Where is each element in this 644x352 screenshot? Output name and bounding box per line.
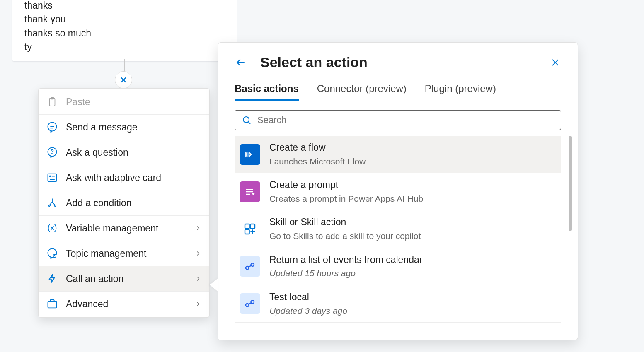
search-icon bbox=[242, 115, 252, 125]
adaptive-card-icon bbox=[46, 171, 58, 184]
skill-icon bbox=[240, 219, 260, 239]
trigger-phrase: thank you bbox=[24, 12, 224, 26]
action-subtitle: Go to Skills to add a skill to your copi… bbox=[269, 230, 421, 241]
svg-rect-5 bbox=[48, 174, 57, 182]
svg-point-10 bbox=[243, 117, 249, 123]
search-box[interactable] bbox=[235, 110, 561, 130]
action-subtitle: Updated 15 hours ago bbox=[269, 268, 422, 279]
message-icon bbox=[46, 121, 58, 133]
action-icon bbox=[46, 272, 58, 285]
trigger-phrase: thanks so much bbox=[24, 27, 224, 40]
back-button[interactable] bbox=[235, 56, 247, 69]
action-list: Create a flow Launches Microsoft Flow Cr… bbox=[235, 136, 561, 323]
chevron-right-icon bbox=[194, 224, 202, 232]
menu-call-action[interactable]: Call an action bbox=[39, 266, 209, 291]
close-button[interactable] bbox=[550, 57, 561, 68]
svg-point-15 bbox=[251, 263, 254, 267]
tabs: Basic actions Connector (preview) Plugin… bbox=[235, 83, 561, 101]
action-skill[interactable]: Skill or Skill action Go to Skills to ad… bbox=[235, 210, 561, 248]
menu-label: Variable management bbox=[66, 223, 158, 234]
flyout-arrow bbox=[210, 278, 218, 292]
action-title: Test local bbox=[269, 291, 347, 304]
action-subtitle: Creates a prompt in Power Apps AI Hub bbox=[269, 193, 423, 204]
svg-point-4 bbox=[52, 154, 52, 154]
trigger-phrase: thanks bbox=[24, 0, 224, 12]
flow-connector-icon bbox=[240, 256, 260, 277]
advanced-icon bbox=[46, 298, 58, 310]
flow-connector-icon bbox=[240, 293, 260, 314]
action-title: Skill or Skill action bbox=[269, 216, 421, 229]
tab-plugin[interactable]: Plugin (preview) bbox=[425, 83, 496, 101]
panel-title: Select an action bbox=[260, 54, 550, 70]
variable-icon bbox=[46, 222, 58, 234]
menu-ask-question[interactable]: Ask a question bbox=[39, 140, 209, 165]
action-return-events[interactable]: Return a list of events from calendar Up… bbox=[235, 248, 561, 285]
menu-label: Send a message bbox=[66, 122, 138, 133]
menu-label: Ask a question bbox=[66, 147, 128, 158]
tab-basic-actions[interactable]: Basic actions bbox=[235, 83, 299, 101]
action-create-prompt[interactable]: Create a prompt Creates a prompt in Powe… bbox=[235, 173, 561, 210]
select-action-panel: Select an action Basic actions Connector… bbox=[218, 42, 578, 340]
svg-rect-11 bbox=[245, 224, 249, 229]
action-title: Create a flow bbox=[269, 142, 366, 154]
action-title: Return a list of events from calendar bbox=[269, 254, 422, 266]
svg-rect-9 bbox=[48, 301, 57, 308]
close-icon bbox=[119, 75, 128, 84]
svg-point-6 bbox=[50, 176, 51, 176]
tab-connector[interactable]: Connector (preview) bbox=[317, 83, 407, 101]
chevron-right-icon bbox=[194, 300, 202, 308]
menu-advanced[interactable]: Advanced bbox=[39, 291, 209, 316]
question-icon bbox=[46, 146, 58, 159]
menu-add-condition[interactable]: Add a condition bbox=[39, 190, 209, 215]
menu-send-message[interactable]: Send a message bbox=[39, 114, 209, 140]
prompt-icon bbox=[240, 181, 260, 202]
menu-label: Ask with adaptive card bbox=[66, 172, 161, 183]
menu-label: Advanced bbox=[66, 299, 108, 310]
paste-icon bbox=[46, 96, 58, 108]
action-title: Create a prompt bbox=[269, 179, 423, 191]
svg-rect-13 bbox=[245, 229, 249, 234]
menu-label: Call an action bbox=[66, 273, 123, 284]
flow-icon bbox=[240, 144, 260, 165]
chevron-right-icon bbox=[194, 275, 202, 282]
menu-label: Add a condition bbox=[66, 198, 132, 209]
scrollbar[interactable] bbox=[569, 136, 572, 231]
menu-variable-management[interactable]: Variable management bbox=[39, 215, 209, 241]
chevron-right-icon bbox=[194, 250, 202, 257]
svg-rect-12 bbox=[250, 224, 255, 229]
menu-label: Topic management bbox=[66, 248, 146, 259]
trigger-phrase: ty bbox=[24, 40, 224, 54]
trigger-phrases-card: thanks thank you thanks so much ty bbox=[12, 0, 237, 62]
action-subtitle: Updated 3 days ago bbox=[269, 305, 347, 316]
condition-icon bbox=[46, 197, 58, 209]
menu-label: Paste bbox=[66, 96, 90, 108]
action-test-local[interactable]: Test local Updated 3 days ago bbox=[235, 285, 561, 323]
svg-point-17 bbox=[251, 301, 254, 304]
menu-paste: Paste bbox=[39, 89, 209, 114]
context-menu: Paste Send a message Ask a question Ask … bbox=[38, 88, 210, 318]
action-subtitle: Launches Microsoft Flow bbox=[269, 156, 366, 167]
svg-point-16 bbox=[246, 304, 249, 307]
menu-ask-adaptive[interactable]: Ask with adaptive card bbox=[39, 165, 209, 190]
add-node-button[interactable] bbox=[115, 71, 132, 89]
action-create-flow[interactable]: Create a flow Launches Microsoft Flow bbox=[235, 136, 561, 173]
svg-point-14 bbox=[246, 266, 249, 270]
menu-topic-management[interactable]: Topic management bbox=[39, 241, 209, 266]
search-input[interactable] bbox=[257, 115, 554, 125]
topic-icon bbox=[46, 247, 58, 260]
